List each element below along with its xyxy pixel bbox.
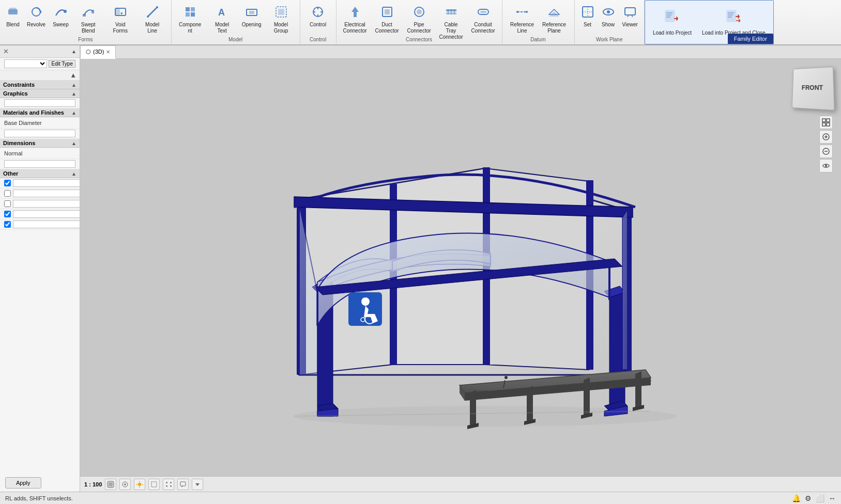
ribbon-group-workplane: Set Show Viewer Work Plane — [575, 0, 645, 44]
svg-rect-127 — [109, 482, 113, 486]
checkbox-row-4 — [0, 209, 80, 219]
svg-rect-117 — [822, 123, 825, 126]
conduit-connector-button[interactable]: Conduit Connector — [468, 3, 499, 35]
svg-rect-56 — [727, 10, 736, 22]
show-label: Show — [602, 22, 615, 28]
component-label: Component — [178, 22, 203, 34]
svg-point-129 — [124, 483, 126, 485]
model-group-button[interactable]: Model Group — [266, 3, 297, 35]
checkbox-4[interactable] — [4, 211, 11, 217]
revolve-icon — [29, 5, 43, 21]
revolve-button[interactable]: Revolve — [24, 3, 49, 35]
type-selector[interactable] — [4, 59, 47, 68]
status-message: RL adds, SHIFT unselects. — [5, 495, 73, 501]
checkbox-5-value[interactable] — [13, 220, 80, 228]
viewer-button[interactable]: Viewer — [619, 3, 641, 35]
model-line-button[interactable]: Model Line — [137, 3, 168, 35]
render-button[interactable] — [119, 479, 131, 490]
region-button[interactable] — [148, 479, 160, 490]
settings-status-icon[interactable]: ⚙ — [805, 494, 812, 502]
svg-point-84 — [361, 297, 370, 306]
visual-style-button[interactable] — [105, 479, 116, 490]
zoom-extents-button[interactable] — [819, 116, 833, 129]
checkbox-1-value[interactable] — [13, 179, 80, 187]
prop-input[interactable] — [4, 99, 75, 107]
materials-section-header[interactable]: Materials and Finishes ▲ — [0, 108, 80, 117]
show-icon — [602, 5, 615, 21]
constraints-section-header[interactable]: Constraints ▲ — [0, 81, 80, 89]
resize-icon[interactable]: ↔ — [829, 494, 836, 502]
electrical-connector-button[interactable]: Electrical Connector — [340, 3, 371, 35]
orbit-button[interactable] — [819, 159, 833, 172]
reference-line-button[interactable]: Reference Line — [507, 3, 538, 35]
revolve-label: Revolve — [27, 22, 45, 28]
reference-plane-icon — [547, 5, 561, 21]
checkbox-2-value[interactable] — [13, 190, 80, 197]
checkbox-1[interactable] — [4, 180, 11, 186]
duct-connector-button[interactable]: Duct Connector — [372, 3, 403, 35]
ribbon-connectors-buttons: Electrical Connector Duct Connector Pipe… — [340, 3, 499, 35]
svg-rect-19 — [249, 11, 254, 14]
annotation-button[interactable] — [177, 479, 189, 490]
pipe-connector-button[interactable]: Pipe Connector — [404, 3, 435, 35]
svg-rect-49 — [625, 8, 635, 15]
set-button[interactable]: Set — [578, 3, 598, 35]
base-diameter-input[interactable] — [4, 130, 75, 137]
apply-button[interactable]: Apply — [5, 477, 41, 489]
model-text-button[interactable]: A Model Text — [207, 3, 238, 35]
svg-rect-21 — [278, 9, 284, 15]
3d-tab[interactable]: ⬡ (3D) ✕ — [80, 45, 116, 59]
notification-icon[interactable]: 🔔 — [792, 494, 801, 502]
control-button[interactable]: Control — [307, 3, 329, 35]
checkbox-row-3 — [0, 199, 80, 209]
checkbox-2[interactable] — [4, 190, 11, 197]
svg-rect-57 — [728, 12, 734, 13]
svg-rect-136 — [180, 482, 186, 486]
svg-rect-55 — [666, 17, 670, 18]
checkbox-3-value[interactable] — [13, 200, 80, 208]
left-panel: ✕ ▲ Edit Type ▲ Constraints ▲ Graphics ▲ — [0, 45, 80, 492]
edit-type-button[interactable]: Edit Type — [49, 60, 75, 68]
family-editor-tab: Family Editor — [728, 34, 773, 44]
checkbox-4-value[interactable] — [13, 210, 80, 218]
load-into-project-button[interactable]: Load into Project — [648, 6, 696, 41]
svg-rect-118 — [827, 123, 830, 126]
left-panel-close[interactable]: ✕ — [3, 48, 9, 55]
viewcube[interactable]: FRONT — [791, 67, 833, 108]
screen-size-icon[interactable]: ⬜ — [816, 494, 824, 502]
other-section-header[interactable]: Other ▲ — [0, 169, 80, 178]
reference-plane-button[interactable]: Reference Plane — [539, 3, 570, 35]
zoom-in-button[interactable] — [819, 130, 833, 144]
zoom-out-button[interactable] — [819, 145, 833, 158]
swept-blend-button[interactable]: Swept Blend — [73, 3, 104, 35]
collapse-all-icon[interactable]: ▲ — [70, 71, 77, 79]
svg-marker-102 — [584, 377, 590, 416]
svg-rect-116 — [827, 119, 830, 122]
viewport: ⬡ (3D) ✕ — [80, 45, 841, 492]
show-button[interactable]: Show — [599, 3, 618, 35]
datum-group-label: Datum — [502, 37, 574, 42]
cable-tray-connector-button[interactable]: Cable Tray Connector — [436, 3, 467, 35]
triangle-down-button[interactable] — [192, 479, 203, 490]
3d-tab-close[interactable]: ✕ — [106, 49, 110, 55]
svg-marker-27 — [351, 7, 359, 17]
graphics-section-header[interactable]: Graphics ▲ — [0, 89, 80, 98]
show-crop-button[interactable] — [163, 479, 174, 490]
blend-button[interactable]: Blend — [3, 3, 23, 35]
model-group-label-text: Model — [172, 37, 300, 42]
load-into-project-label: Load into Project — [653, 30, 692, 36]
sun-path-button[interactable] — [134, 479, 145, 490]
void-forms-icon: ▾ — [114, 5, 127, 21]
dimensions-section-header[interactable]: Dimensions ▲ — [0, 139, 80, 148]
svg-rect-54 — [666, 14, 671, 15]
svg-marker-3 — [40, 10, 42, 13]
void-forms-button[interactable]: ▾ Void Forms — [105, 3, 136, 35]
opening-button[interactable]: Opening — [239, 3, 265, 35]
component-button[interactable]: Component — [175, 3, 206, 35]
checkbox-5[interactable] — [4, 221, 11, 228]
sweep-button[interactable]: Sweep — [50, 3, 72, 35]
normal-input[interactable] — [4, 160, 75, 168]
reference-plane-label: Reference Plane — [542, 22, 567, 34]
model-group-label: Model Group — [269, 22, 294, 34]
checkbox-3[interactable] — [4, 200, 11, 207]
